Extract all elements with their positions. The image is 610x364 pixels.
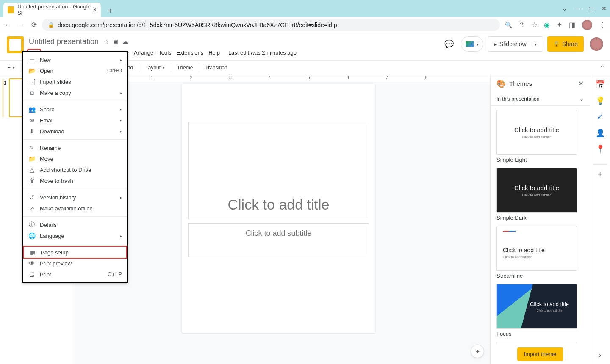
copy-icon: ⧉ bbox=[28, 89, 36, 97]
new-tab-button[interactable]: + bbox=[104, 5, 116, 17]
theme-simple-dark[interactable]: Click to add title Click to add subtitle bbox=[496, 168, 577, 213]
theme-name: Simple Dark bbox=[496, 215, 584, 221]
move-icon[interactable]: ▣ bbox=[113, 39, 118, 45]
url-field[interactable]: 🔒 docs.google.com/presentation/d/1_5dxk7… bbox=[42, 19, 500, 31]
collapse-sidepanel-icon[interactable]: › bbox=[599, 351, 601, 359]
layout-button[interactable]: Layout▾ bbox=[143, 62, 167, 73]
tab-close-icon[interactable]: × bbox=[93, 6, 97, 13]
slide-title-box[interactable]: Click to add title bbox=[188, 122, 369, 219]
keep-icon[interactable]: 💡 bbox=[596, 97, 604, 105]
bookmark-icon[interactable]: ☆ bbox=[531, 21, 537, 29]
meet-button[interactable]: ▾ bbox=[461, 36, 483, 52]
collapse-toolbar-icon[interactable]: ⌃ bbox=[600, 64, 605, 71]
share-button[interactable]: Share bbox=[547, 36, 584, 52]
info-icon: ⓘ bbox=[28, 221, 36, 229]
slideshow-button[interactable]: ▸ Slideshow ▾ bbox=[488, 36, 543, 52]
slides-logo-icon[interactable] bbox=[7, 36, 24, 53]
menu-arrange[interactable]: Arrange bbox=[131, 49, 156, 57]
add-addon-button[interactable]: + bbox=[593, 164, 607, 179]
slide-canvas[interactable]: Click to add title Click to add subtitle bbox=[182, 84, 375, 333]
explore-button[interactable]: ✦ bbox=[471, 345, 484, 358]
account-avatar-icon[interactable] bbox=[590, 37, 603, 51]
theme-button[interactable]: Theme bbox=[175, 62, 195, 73]
sidepanel-icon[interactable]: ◨ bbox=[569, 21, 575, 29]
transition-button[interactable]: Transition bbox=[202, 62, 230, 73]
menu-tools[interactable]: Tools bbox=[156, 49, 174, 57]
menu-item-new[interactable]: ▭ New ▸ bbox=[23, 54, 127, 65]
theme-partial[interactable] bbox=[496, 342, 577, 344]
theme-focus[interactable]: Click to add title Click to add subtitle bbox=[496, 284, 577, 329]
tasks-icon[interactable]: ✓ bbox=[596, 113, 604, 121]
document-icon: ▭ bbox=[28, 56, 36, 63]
slide-subtitle-box[interactable]: Click to add subtitle bbox=[188, 223, 369, 257]
theme-simple-light[interactable]: Click to add title Click to add subtitle bbox=[496, 110, 577, 155]
theme-name: Focus bbox=[496, 331, 584, 337]
star-icon[interactable]: ☆ bbox=[104, 39, 109, 45]
extensions-icon[interactable]: ✦ bbox=[557, 21, 562, 29]
menu-item-trash[interactable]: 🗑 Move to trash bbox=[23, 175, 127, 186]
offline-icon: ⊘ bbox=[28, 205, 36, 212]
calendar-icon[interactable]: 📅 bbox=[596, 80, 604, 89]
menu-item-share[interactable]: 👥 Share ▸ bbox=[23, 104, 127, 115]
trash-icon: 🗑 bbox=[28, 177, 36, 184]
menu-item-language[interactable]: 🌐 Language ▸ bbox=[23, 230, 127, 241]
menu-item-page-setup[interactable]: ▦ Page setup bbox=[23, 246, 127, 259]
slide-subtitle-placeholder: Click to add subtitle bbox=[245, 229, 311, 238]
chrome-menu-icon[interactable]: ⋮ bbox=[599, 21, 606, 29]
contacts-icon[interactable]: 👤 bbox=[596, 129, 604, 137]
themes-list[interactable]: Click to add title Click to add subtitle… bbox=[491, 106, 590, 344]
new-slide-button[interactable]: +▾ bbox=[5, 62, 17, 73]
menu-item-download[interactable]: ⬇ Download ▸ bbox=[23, 126, 127, 137]
import-theme-button[interactable]: Import theme bbox=[517, 347, 563, 361]
menu-item-offline[interactable]: ⊘ Make available offline bbox=[23, 203, 127, 214]
menu-extensions[interactable]: Extensions bbox=[174, 49, 206, 57]
share-url-icon[interactable]: ⇪ bbox=[519, 21, 524, 29]
submenu-arrow-icon: ▸ bbox=[120, 58, 122, 62]
menu-help[interactable]: Help bbox=[206, 49, 222, 57]
grammarly-icon[interactable]: ◉ bbox=[544, 21, 550, 29]
menu-item-import[interactable]: →] Import slides bbox=[23, 76, 127, 87]
menu-item-add-shortcut[interactable]: △ Add shortcut to Drive bbox=[23, 164, 127, 175]
maps-icon[interactable]: 📍 bbox=[596, 145, 604, 153]
globe-icon: 🌐 bbox=[28, 232, 36, 239]
minimize-icon[interactable]: — bbox=[575, 5, 581, 12]
chevron-down-icon: ⌄ bbox=[580, 96, 584, 102]
close-themes-icon[interactable]: ✕ bbox=[578, 80, 584, 88]
last-edit-link[interactable]: Last edit was 2 minutes ago bbox=[226, 49, 299, 57]
menu-item-email[interactable]: ✉ Email ▸ bbox=[23, 115, 127, 126]
chevron-down-icon[interactable]: ⌄ bbox=[562, 5, 567, 12]
menu-item-open[interactable]: 📂 Open Ctrl+O bbox=[23, 65, 127, 76]
themes-section-toggle[interactable]: In this presentation ⌄ bbox=[491, 92, 590, 106]
zoom-icon[interactable]: 🔍 bbox=[505, 22, 512, 28]
menu-item-copy[interactable]: ⧉ Make a copy ▸ bbox=[23, 87, 127, 98]
menu-item-print[interactable]: 🖨 Print Ctrl+P bbox=[23, 269, 127, 280]
browser-tab[interactable]: Untitled presentation - Google Sl × bbox=[3, 3, 101, 17]
browser-address-bar: ← → ⟳ 🔒 docs.google.com/presentation/d/1… bbox=[0, 17, 610, 33]
menu-item-version-history[interactable]: ↺ Version history ▸ bbox=[23, 192, 127, 203]
close-window-icon[interactable]: ✕ bbox=[602, 5, 607, 12]
move-folder-icon: 📁 bbox=[28, 155, 36, 162]
theme-streamline[interactable]: Click to add title Click to add subtitle bbox=[496, 226, 577, 271]
cloud-status-icon[interactable]: ☁ bbox=[122, 39, 128, 45]
maximize-icon[interactable]: ▢ bbox=[588, 5, 594, 12]
comments-icon[interactable]: 💬 bbox=[441, 36, 457, 52]
menu-item-move[interactable]: 📁 Move bbox=[23, 153, 127, 164]
menu-item-rename[interactable]: ✎ Rename bbox=[23, 142, 127, 153]
back-icon[interactable]: ← bbox=[4, 21, 11, 29]
menu-separator bbox=[23, 244, 127, 244]
doc-title[interactable]: Untitled presentation bbox=[27, 37, 100, 46]
rename-icon: ✎ bbox=[28, 144, 36, 151]
menu-item-print-preview[interactable]: 👁 Print preview bbox=[23, 258, 127, 269]
slideshow-dropdown-icon[interactable]: ▾ bbox=[531, 42, 537, 47]
profile-avatar-icon[interactable] bbox=[582, 20, 592, 30]
menu-item-details[interactable]: ⓘ Details bbox=[23, 219, 127, 230]
submenu-arrow-icon: ▸ bbox=[120, 118, 122, 123]
forward-icon[interactable]: → bbox=[18, 21, 25, 29]
reload-icon[interactable]: ⟳ bbox=[31, 21, 37, 29]
horizontal-ruler: 1 2 3 4 5 6 7 8 bbox=[72, 75, 490, 82]
menu-separator bbox=[23, 139, 127, 140]
submenu-arrow-icon: ▸ bbox=[120, 91, 122, 95]
share-icon: 👥 bbox=[28, 106, 36, 113]
theme-name: Streamline bbox=[496, 273, 584, 279]
email-icon: ✉ bbox=[28, 117, 36, 124]
